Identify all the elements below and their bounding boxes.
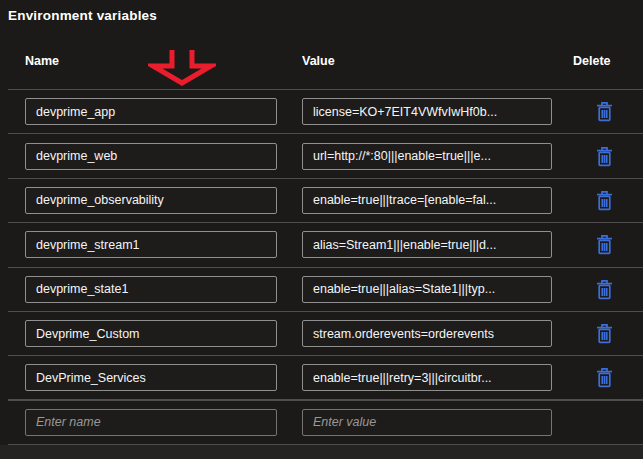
name-input[interactable] [25, 231, 277, 258]
name-input[interactable] [25, 320, 277, 347]
trash-icon [596, 234, 613, 255]
trash-icon [596, 367, 613, 388]
delete-button[interactable] [595, 234, 613, 255]
delete-button[interactable] [595, 367, 613, 388]
name-input[interactable] [25, 143, 277, 170]
table-row [8, 311, 643, 355]
table-header-row: Name Value Delete [8, 32, 643, 89]
new-value-input[interactable] [302, 409, 552, 436]
delete-button[interactable] [595, 101, 613, 122]
table-row [8, 267, 643, 311]
value-input[interactable] [302, 231, 552, 258]
trash-icon [596, 190, 613, 211]
page-title: Environment variables [8, 8, 157, 23]
table-row [8, 89, 643, 133]
table-row [8, 222, 643, 266]
new-entry-row-wrap [8, 400, 643, 445]
value-input[interactable] [302, 143, 552, 170]
new-entry-row [8, 400, 643, 444]
column-header-value: Value [302, 54, 573, 68]
name-input[interactable] [25, 364, 277, 391]
table-row [8, 355, 643, 399]
value-input[interactable] [302, 98, 552, 125]
value-input[interactable] [302, 320, 552, 347]
value-input[interactable] [302, 187, 552, 214]
trash-icon [596, 323, 613, 344]
name-input[interactable] [25, 276, 277, 303]
delete-button[interactable] [595, 190, 613, 211]
table-rows [8, 89, 643, 400]
table-row [8, 178, 643, 222]
trash-icon [596, 279, 613, 300]
trash-icon [596, 146, 613, 167]
value-input[interactable] [302, 276, 552, 303]
delete-button[interactable] [595, 279, 613, 300]
name-input[interactable] [25, 187, 277, 214]
new-name-input[interactable] [25, 409, 277, 436]
delete-button[interactable] [595, 146, 613, 167]
table-row [8, 133, 643, 177]
name-input[interactable] [25, 98, 277, 125]
environment-variables-panel: Environment variables Name Value Delete [0, 0, 643, 459]
footer-band [0, 445, 643, 459]
column-header-delete: Delete [573, 54, 643, 68]
delete-button[interactable] [595, 323, 613, 344]
trash-icon [596, 101, 613, 122]
value-input[interactable] [302, 364, 552, 391]
column-header-name: Name [25, 54, 302, 68]
env-vars-table: Name Value Delete [8, 32, 643, 445]
